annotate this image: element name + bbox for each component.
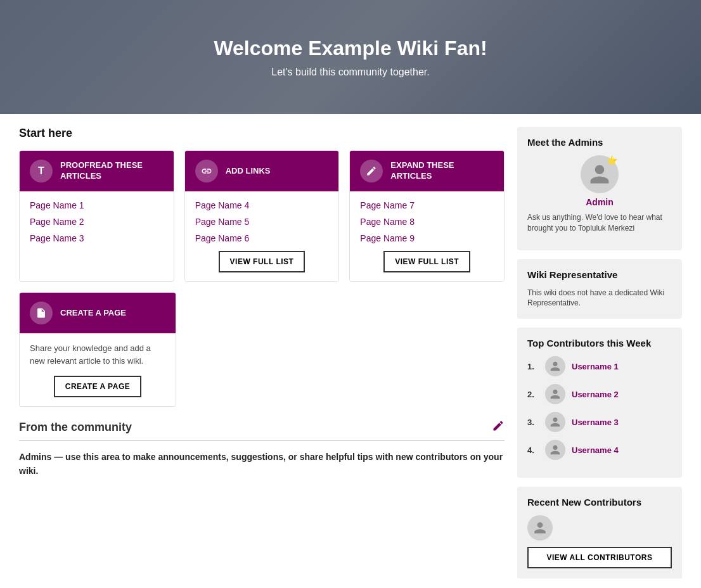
proofread-card-title: PROOFREAD THESE ARTICLES	[60, 160, 164, 182]
expand-card-title: EXPAND THESE ARTICLES	[390, 160, 494, 182]
wiki-rep-desc: This wiki does not have a dedicated Wiki…	[527, 288, 672, 309]
community-section: From the community Admins — use this are…	[19, 419, 505, 478]
admin-desc: Ask us anything. We'd love to hear what …	[527, 212, 672, 234]
meet-admins-title: Meet the Admins	[527, 137, 672, 148]
wiki-rep-box: Wiki Representative This wiki does not h…	[517, 259, 682, 319]
contributor-name-1[interactable]: Username 1	[572, 362, 619, 371]
recent-contributors-title: Recent New Contributors	[527, 497, 672, 508]
contributor-avatar-1	[545, 356, 565, 376]
contributor-item-2: 2. Username 2	[527, 384, 672, 404]
contributor-rank-2: 2.	[527, 390, 539, 399]
contributor-item-3: 3. Username 3	[527, 412, 672, 432]
create-page-card-header: CREATE A PAGE	[20, 293, 176, 333]
community-body: Admins — use this area to make announcem…	[19, 450, 505, 478]
main-content: Start here T PROOFREAD THESE ARTICLES Pa…	[19, 127, 505, 587]
view-all-contributors-button[interactable]: VIEW ALL CONTRIBUTORS	[527, 547, 672, 568]
meet-admins-box: Meet the Admins ⭐ Admin Ask us anything.…	[517, 127, 682, 250]
create-page-icon	[30, 302, 53, 324]
recent-contributors-box: Recent New Contributors VIEW ALL CONTRIB…	[517, 487, 682, 578]
contributor-rank-1: 1.	[527, 362, 539, 371]
community-header: From the community	[19, 419, 505, 441]
add-links-link-1[interactable]: Page Name 4	[195, 200, 329, 210]
add-links-icon	[195, 160, 218, 182]
contributor-item-4: 4. Username 4	[527, 440, 672, 460]
admin-name[interactable]: Admin	[586, 197, 614, 207]
expand-view-full-button[interactable]: VIEW FULL LIST	[383, 251, 470, 272]
proofread-link-1[interactable]: Page Name 1	[30, 200, 164, 210]
expand-link-3[interactable]: Page Name 9	[360, 233, 494, 243]
community-title: From the community	[19, 421, 132, 434]
admin-badge: ⭐	[607, 155, 617, 165]
add-links-card-title: ADD LINKS	[226, 166, 271, 177]
proofread-card: T PROOFREAD THESE ARTICLES Page Name 1 P…	[19, 150, 174, 282]
recent-contributor-avatar	[527, 515, 553, 540]
proofread-link-2[interactable]: Page Name 2	[30, 217, 164, 227]
expand-link-1[interactable]: Page Name 7	[360, 200, 494, 210]
contributor-avatar-3	[545, 412, 565, 432]
sidebar: Meet the Admins ⭐ Admin Ask us anything.…	[517, 127, 682, 587]
add-links-card-header: ADD LINKS	[185, 151, 339, 191]
wiki-rep-title: Wiki Representative	[527, 269, 672, 280]
contributor-item-1: 1. Username 1	[527, 356, 672, 376]
contributor-name-2[interactable]: Username 2	[572, 390, 619, 399]
expand-card-header: EXPAND THESE ARTICLES	[350, 151, 504, 191]
expand-icon	[360, 160, 383, 182]
create-page-card-body: Share your knowledge and add a new relev…	[20, 333, 176, 406]
hero-subtitle: Let's build this community together.	[271, 67, 429, 78]
community-edit-icon[interactable]	[492, 419, 505, 435]
contributor-name-4[interactable]: Username 4	[572, 445, 619, 455]
hero-banner: Welcome Example Wiki Fan! Let's build th…	[0, 0, 701, 114]
hero-title: Welcome Example Wiki Fan!	[214, 37, 487, 60]
expand-link-2[interactable]: Page Name 8	[360, 217, 494, 227]
add-links-link-2[interactable]: Page Name 5	[195, 217, 329, 227]
proofread-card-body: Page Name 1 Page Name 2 Page Name 3	[20, 191, 174, 259]
proofread-card-header: T PROOFREAD THESE ARTICLES	[20, 151, 174, 191]
add-links-view-full-button[interactable]: VIEW FULL LIST	[219, 251, 305, 272]
top-contributors-box: Top Contributors this Week 1. Username 1…	[517, 328, 682, 478]
admin-center: ⭐ Admin Ask us anything. We'd love to he…	[527, 155, 672, 234]
create-page-card: CREATE A PAGE Share your knowledge and a…	[19, 292, 176, 407]
start-here-title: Start here	[19, 127, 505, 140]
contributor-avatar-4	[545, 440, 565, 460]
task-cards-row: T PROOFREAD THESE ARTICLES Page Name 1 P…	[19, 150, 505, 282]
expand-card: EXPAND THESE ARTICLES Page Name 7 Page N…	[349, 150, 505, 282]
add-links-card-body: Page Name 4 Page Name 5 Page Name 6 VIEW…	[185, 191, 339, 281]
admin-avatar: ⭐	[581, 155, 619, 193]
contributor-rank-4: 4.	[527, 445, 539, 455]
contributor-name-3[interactable]: Username 3	[572, 418, 619, 427]
add-links-link-3[interactable]: Page Name 6	[195, 233, 329, 243]
expand-card-body: Page Name 7 Page Name 8 Page Name 9 VIEW…	[350, 191, 504, 281]
proofread-icon: T	[30, 160, 53, 182]
top-contributors-title: Top Contributors this Week	[527, 338, 672, 348]
proofread-link-3[interactable]: Page Name 3	[30, 233, 164, 243]
community-text: Admins — use this area to make announcem…	[19, 450, 505, 478]
contributor-avatar-2	[545, 384, 565, 404]
create-page-card-title: CREATE A PAGE	[60, 308, 126, 319]
contributor-rank-3: 3.	[527, 418, 539, 427]
add-links-card: ADD LINKS Page Name 4 Page Name 5 Page N…	[184, 150, 340, 282]
create-page-description: Share your knowledge and add a new relev…	[30, 342, 165, 367]
create-page-button[interactable]: CREATE A PAGE	[54, 376, 142, 397]
